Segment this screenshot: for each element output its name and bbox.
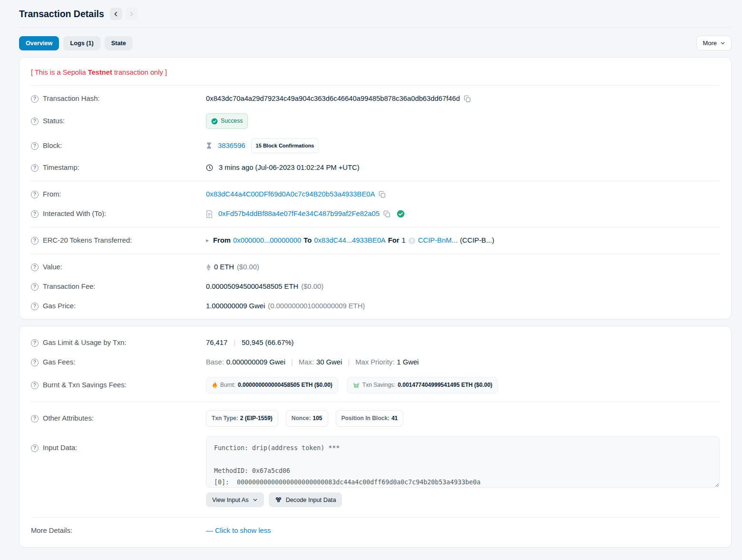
row-transaction-fee: Transaction Fee: 0.000050945000458505 ET… bbox=[31, 277, 720, 296]
help-icon[interactable] bbox=[31, 283, 39, 291]
block-label: Block: bbox=[43, 141, 62, 151]
verified-contract-icon bbox=[397, 210, 405, 218]
page-title: Transaction Details bbox=[19, 9, 104, 20]
value-usd: ($0.00) bbox=[237, 262, 259, 272]
previous-txn-button[interactable] bbox=[110, 8, 122, 20]
help-icon[interactable] bbox=[31, 191, 39, 198]
txn-savings-badge: Txn Savings: 0.001477404999541495 ETH ($… bbox=[347, 377, 498, 393]
transfer-marker-icon bbox=[206, 236, 209, 246]
help-icon[interactable] bbox=[31, 339, 39, 347]
row-more-details: More Details: — Click to show less bbox=[31, 521, 720, 540]
help-icon[interactable] bbox=[31, 359, 39, 366]
tabs-row: Overview Logs (1) State More bbox=[19, 36, 732, 50]
timestamp-label: Timestamp: bbox=[43, 163, 79, 173]
clock-icon bbox=[206, 164, 213, 171]
help-icon[interactable] bbox=[31, 303, 39, 310]
erc20-from-address-link[interactable]: 0x000000...00000000 bbox=[233, 236, 301, 246]
transaction-fee-amount: 0.000050945000458505 ETH bbox=[206, 282, 298, 292]
other-attributes-label: Other Attributes: bbox=[43, 413, 94, 423]
erc20-transfers-label: ERC-20 Tokens Transferred: bbox=[43, 236, 132, 246]
help-icon[interactable] bbox=[31, 415, 39, 422]
tab-logs[interactable]: Logs (1) bbox=[63, 36, 100, 50]
testnet-notice-pre: [ This is a Sepolia bbox=[31, 69, 88, 76]
max-fee-key: Max: bbox=[299, 357, 314, 367]
row-gas-limit: Gas Limit & Usage by Txn: 76,417 50,945 … bbox=[31, 333, 720, 353]
token-name-link[interactable]: CCIP-BnM... bbox=[418, 236, 458, 246]
row-from: From: 0x83dC44a4C00DFf69d0A0c7c94B20b53a… bbox=[31, 185, 720, 204]
position-in-block-key: Position In Block: bbox=[342, 413, 390, 423]
view-input-as-button[interactable]: View Input As bbox=[206, 492, 264, 507]
burnt-value: 0.000000000000458505 ETH ($0.00) bbox=[238, 380, 332, 390]
hourglass-icon bbox=[206, 142, 212, 149]
next-txn-button[interactable] bbox=[126, 8, 138, 20]
copy-icon bbox=[464, 95, 471, 103]
block-number-link[interactable]: 3836596 bbox=[218, 141, 245, 151]
gas-price-amount: 1.000000009 Gwei bbox=[206, 301, 265, 311]
timestamp-value: 3 mins ago (Jul-06-2023 01:02:24 PM +UTC… bbox=[219, 163, 360, 173]
gas-fees-label: Gas Fees: bbox=[43, 357, 75, 367]
chevron-down-icon bbox=[720, 40, 725, 46]
erc20-to-address-link[interactable]: 0x83dC44...4933BE0A bbox=[314, 236, 386, 246]
decode-icon bbox=[275, 496, 282, 503]
help-icon[interactable] bbox=[31, 264, 39, 271]
nonce-badge: Nonce: 105 bbox=[286, 410, 328, 427]
divider bbox=[31, 181, 720, 181]
erc20-amount: 1 bbox=[402, 236, 406, 246]
chevron-left-icon bbox=[113, 11, 119, 17]
row-timestamp: Timestamp: 3 mins ago (Jul-06-2023 01:02… bbox=[31, 158, 720, 177]
toggle-details-link[interactable]: — Click to show less bbox=[206, 526, 271, 536]
divider bbox=[31, 254, 720, 254]
value-amount: 0 ETH bbox=[214, 262, 234, 272]
eth-icon bbox=[206, 264, 211, 271]
value-label: Value: bbox=[43, 262, 62, 272]
copy-hash-button[interactable] bbox=[463, 95, 472, 103]
copy-from-address-button[interactable] bbox=[378, 191, 387, 198]
block-confirmations-badge: 15 Block Confirmations bbox=[251, 138, 319, 153]
status-label: Status: bbox=[43, 116, 65, 126]
txn-savings-key: Txn Savings: bbox=[362, 380, 395, 390]
txn-nav bbox=[110, 8, 138, 20]
page-header: Transaction Details bbox=[19, 6, 732, 28]
details-card: Gas Limit & Usage by Txn: 76,417 50,945 … bbox=[19, 326, 732, 548]
gas-price-eth: (0.000000001000000009 ETH) bbox=[268, 301, 365, 311]
tab-overview[interactable]: Overview bbox=[19, 36, 59, 50]
to-contract-address-link[interactable]: 0xFd57b4ddBf88a4e07fF4e34C487b99af2Fe82a… bbox=[218, 209, 380, 219]
status-badge: Success bbox=[206, 113, 248, 129]
gas-limit-label: Gas Limit & Usage by Txn: bbox=[43, 338, 127, 348]
help-icon[interactable] bbox=[31, 382, 39, 389]
erc20-to-word: To bbox=[303, 236, 312, 246]
fire-icon bbox=[212, 382, 218, 389]
txn-savings-value: 0.001477404999541495 ETH ($0.00) bbox=[398, 380, 492, 390]
help-icon[interactable] bbox=[31, 237, 39, 245]
more-dropdown-button[interactable]: More bbox=[696, 36, 732, 50]
token-icon bbox=[408, 237, 416, 245]
tab-state[interactable]: State bbox=[105, 36, 133, 50]
decode-input-data-label: Decode Input Data bbox=[286, 497, 336, 503]
help-icon[interactable] bbox=[31, 118, 39, 125]
contract-file-icon bbox=[206, 210, 213, 218]
input-data-label: Input Data: bbox=[43, 443, 77, 453]
help-icon[interactable] bbox=[31, 444, 39, 452]
row-value: Value: 0 ETH ($0.00) bbox=[31, 257, 720, 277]
more-details-label: More Details: bbox=[31, 526, 72, 536]
help-icon[interactable] bbox=[31, 210, 39, 218]
divider bbox=[31, 517, 720, 518]
from-label: From: bbox=[43, 189, 61, 199]
interacted-with-label: Interacted With (To): bbox=[43, 209, 106, 219]
help-icon[interactable] bbox=[31, 142, 39, 150]
divider bbox=[31, 85, 720, 86]
from-address-link[interactable]: 0x83dC44a4C00DFf69d0A0c7c94B20b53a4933BE… bbox=[206, 189, 375, 199]
help-icon[interactable] bbox=[31, 164, 39, 172]
row-block: Block: 3836596 15 Block Confirmations bbox=[31, 134, 720, 158]
row-erc20-transfers: ERC-20 Tokens Transferred: From 0x000000… bbox=[31, 231, 720, 250]
gas-price-label: Gas Price: bbox=[43, 301, 76, 311]
help-icon[interactable] bbox=[31, 95, 39, 103]
decode-input-data-button[interactable]: Decode Input Data bbox=[269, 492, 342, 507]
view-input-as-label: View Input As bbox=[212, 497, 249, 503]
transaction-details-page: Transaction Details Overview Logs (1) St… bbox=[0, 0, 742, 548]
row-gas-fees: Gas Fees: Base: 0.000000009 Gwei Max: 30… bbox=[31, 353, 720, 372]
max-fee-value: 30 Gwei bbox=[316, 357, 342, 367]
separator bbox=[234, 338, 235, 348]
input-data-textarea[interactable]: Function: drip(address token) *** Method… bbox=[206, 436, 720, 488]
copy-to-address-button[interactable] bbox=[382, 210, 392, 218]
